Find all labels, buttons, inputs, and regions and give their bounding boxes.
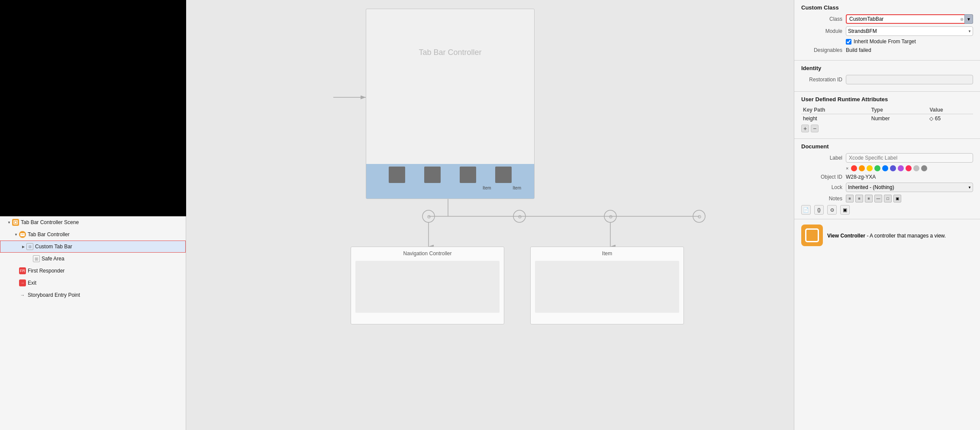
firstresponder-icon: FR [19,267,26,274]
triangle-safearea [28,257,32,261]
vc-icon-inner [805,228,819,242]
color-red[interactable] [851,165,857,171]
outline-label-scene: Tab Bar Controller Scene [21,219,79,225]
class-input[interactable] [846,14,973,24]
outline-item-exit[interactable]: → Exit [0,277,186,289]
svg-text:⚙: ⚙ [697,214,702,219]
color-x-btn[interactable]: × [846,166,848,171]
exit-icon: → [19,279,26,286]
attr-row-height: height Number ◇ 65 [801,114,973,123]
outline-label-customtabbar: Custom Tab Bar [35,244,72,250]
entrypoint-icon: → [19,292,26,298]
module-select[interactable]: StrandsBFM [846,26,973,36]
module-select-container: StrandsBFM ▼ [846,26,973,36]
vc-icon [801,225,823,246]
expand-triangle-ctb[interactable] [21,244,26,249]
color-indigo[interactable] [890,165,896,171]
attr-table: Key Path Type Value height Number ◇ 65 [801,106,973,123]
color-pink[interactable] [906,165,912,171]
doc-icon-braces[interactable]: {} [814,205,824,215]
controller-icon [19,231,26,238]
color-orange[interactable] [859,165,865,171]
outline-item-customtabbar[interactable]: ⊡ Custom Tab Bar [0,241,186,253]
document-title: Document [801,143,973,150]
lock-select[interactable]: Inherited - (Nothing) [846,183,973,192]
outline-item-entrypoint[interactable]: → Storyboard Entry Point [0,289,186,301]
lock-row: Lock Inherited - (Nothing) ▼ [801,183,973,192]
module-field-row: Module StrandsBFM ▼ [801,26,973,36]
designables-label: Designables [801,47,842,53]
outline-item-scene[interactable]: Tab Bar Controller Scene [0,216,186,228]
notes-icon-dash[interactable]: — [874,195,882,202]
notes-icon-lines[interactable]: ≡ [846,195,854,202]
svg-point-11 [604,210,616,222]
doc-bottom-icons: 📄 {} ⊙ ▣ [801,205,973,215]
expand-triangle-scene[interactable] [7,220,11,225]
remove-attr-button[interactable]: − [811,125,819,132]
class-clear-btn[interactable]: ⊗ [960,17,964,22]
color-blue[interactable] [882,165,888,171]
designables-value: Build failed [846,47,871,53]
doc-icon-circle[interactable]: ⊙ [827,205,837,215]
tab-bar-controller-box: Tab Bar Controller Item Item [366,9,535,199]
color-gray2[interactable] [921,165,927,171]
outline-item-firstresponder[interactable]: FR First Responder [0,265,186,277]
doc-icon-grid[interactable]: ▣ [840,205,850,215]
attr-keypath-height: height [801,114,870,123]
triangle-ep [14,293,18,297]
doc-label-input[interactable] [846,153,973,163]
class-chevron-btn[interactable]: ▼ [964,14,973,24]
svg-point-13 [693,210,705,222]
notes-icons: ≡ ≡ ≡ — □ ▣ [846,195,901,202]
outline-label-ep: Storyboard Entry Point [28,292,80,298]
notes-icon-lines2[interactable]: ≡ [855,195,863,202]
color-row: × [801,165,973,171]
triangle-fr [14,269,18,273]
tab-icon-2 [424,167,441,183]
notes-icon-lines3[interactable]: ≡ [865,195,873,202]
outline-label-safearea: Safe Area [42,256,64,262]
notes-row: Notes ≡ ≡ ≡ — □ ▣ [801,195,973,202]
inherit-checkbox[interactable] [846,39,851,45]
object-id-row: Object ID W28-zg-YXA [801,174,973,180]
col-value: Value [928,106,973,114]
doc-icon-file[interactable]: 📄 [801,205,811,215]
lock-label: Lock [801,184,842,190]
add-remove-row: + − [801,123,973,134]
add-attr-button[interactable]: + [801,125,809,132]
color-dots: × [846,165,973,171]
restoration-id-label: Restoration ID [801,77,842,83]
notes-icon-square1[interactable]: □ [884,195,892,202]
custom-class-title: Custom Class [801,4,973,11]
expand-triangle-tbc[interactable] [14,232,18,237]
customtabbar-icon: ⊡ [26,243,33,250]
color-yellow[interactable] [867,165,873,171]
svg-point-9 [513,210,525,222]
tab-item-label-1: Item [483,186,491,190]
inherit-label: Inherit Module From Target [854,39,916,45]
notes-icon-square2[interactable]: ▣ [893,195,901,202]
module-label: Module [801,28,842,34]
color-purple[interactable] [898,165,904,171]
outline-item-safearea[interactable]: ⊞ Safe Area [0,253,186,265]
attr-type-height: Number [870,114,928,123]
svg-rect-1 [15,221,16,223]
item-box: Item [530,247,684,324]
notes-label: Notes [801,196,842,202]
canvas-area: ⚙ ⚙ ⚙ ⚙ Tab Bar Controller [186,0,794,430]
color-gray1[interactable] [913,165,919,171]
tab-icon-3 [460,167,476,183]
restoration-id-input[interactable] [846,75,973,84]
class-input-container: ⊗ ▼ [846,14,973,24]
color-green[interactable] [874,165,880,171]
nav-controller-content [355,261,500,313]
user-defined-title: User Defined Runtime Attributes [801,96,973,103]
doc-label-label: Label [801,155,842,161]
vc-title: View Controller [827,233,865,239]
outline-label-exit: Exit [28,280,36,286]
designables-row: Designables Build failed [801,47,973,53]
nav-controller-label: Navigation Controller [351,247,504,257]
svg-text:⚙: ⚙ [427,214,431,219]
tab-item-label-2: Item [513,186,521,190]
outline-item-tabbarcontroller[interactable]: Tab Bar Controller [0,228,186,241]
